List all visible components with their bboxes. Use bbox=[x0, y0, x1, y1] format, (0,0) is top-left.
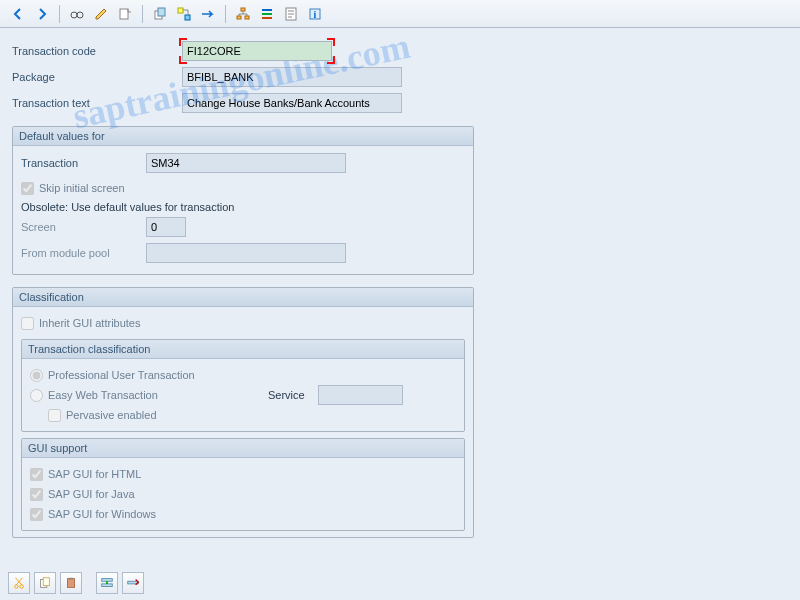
gui-java-label: SAP GUI for Java bbox=[48, 488, 135, 500]
inherit-gui-label: Inherit GUI attributes bbox=[39, 317, 141, 329]
default-transaction-label: Transaction bbox=[21, 157, 146, 169]
service-label: Service bbox=[268, 389, 305, 401]
default-values-group: Default values for Transaction Skip init… bbox=[12, 126, 474, 275]
classification-title: Classification bbox=[13, 288, 473, 307]
default-values-title: Default values for bbox=[13, 127, 473, 146]
cut-icon[interactable] bbox=[8, 572, 30, 594]
delete-row-icon[interactable] bbox=[122, 572, 144, 594]
stack-icon[interactable] bbox=[257, 4, 277, 24]
svg-point-1 bbox=[77, 12, 83, 18]
module-pool-input bbox=[146, 243, 346, 263]
svg-rect-11 bbox=[262, 13, 272, 15]
svg-rect-10 bbox=[262, 9, 272, 11]
transaction-code-input[interactable] bbox=[182, 41, 332, 61]
gui-support-group: GUI support SAP GUI for HTML SAP GUI for… bbox=[21, 438, 465, 531]
separator bbox=[59, 5, 60, 23]
svg-rect-22 bbox=[102, 579, 113, 582]
skip-initial-checkbox bbox=[21, 182, 34, 195]
transaction-text-input bbox=[182, 93, 402, 113]
service-input bbox=[318, 385, 403, 405]
transport-icon[interactable] bbox=[198, 4, 218, 24]
svg-rect-23 bbox=[102, 584, 113, 587]
transaction-text-label: Transaction text bbox=[12, 97, 182, 109]
gui-win-label: SAP GUI for Windows bbox=[48, 508, 156, 520]
svg-point-17 bbox=[20, 585, 24, 589]
skip-initial-label: Skip initial screen bbox=[39, 182, 125, 194]
where-used-icon[interactable] bbox=[174, 4, 194, 24]
classification-group: Classification Inherit GUI attributes Tr… bbox=[12, 287, 474, 538]
log-icon[interactable] bbox=[281, 4, 301, 24]
back-icon[interactable] bbox=[8, 4, 28, 24]
pervasive-label: Pervasive enabled bbox=[66, 409, 157, 421]
info-icon[interactable]: i bbox=[305, 4, 325, 24]
separator bbox=[142, 5, 143, 23]
easy-web-radio-label: Easy Web Transaction bbox=[48, 389, 263, 401]
svg-rect-12 bbox=[262, 17, 272, 19]
edit-icon[interactable] bbox=[91, 4, 111, 24]
insert-row-icon[interactable] bbox=[96, 572, 118, 594]
package-input bbox=[182, 67, 402, 87]
svg-rect-9 bbox=[245, 16, 249, 19]
svg-rect-21 bbox=[69, 578, 73, 580]
svg-rect-4 bbox=[158, 8, 165, 16]
svg-rect-19 bbox=[43, 578, 49, 586]
easy-web-radio bbox=[30, 389, 43, 402]
package-label: Package bbox=[12, 71, 182, 83]
forward-icon[interactable] bbox=[32, 4, 52, 24]
new-icon[interactable] bbox=[115, 4, 135, 24]
separator bbox=[225, 5, 226, 23]
transaction-code-label: Transaction code bbox=[12, 45, 182, 57]
svg-rect-2 bbox=[120, 9, 128, 19]
module-pool-label: From module pool bbox=[21, 247, 146, 259]
gui-win-checkbox bbox=[30, 508, 43, 521]
hierarchy-icon[interactable] bbox=[233, 4, 253, 24]
gui-html-label: SAP GUI for HTML bbox=[48, 468, 141, 480]
screen-label: Screen bbox=[21, 221, 146, 233]
copy-clip-icon[interactable] bbox=[34, 572, 56, 594]
content-area: Transaction code Package Transaction tex… bbox=[0, 28, 800, 538]
obsolete-text: Obsolete: Use default values for transac… bbox=[21, 198, 465, 216]
main-toolbar: i bbox=[0, 0, 800, 28]
default-transaction-input bbox=[146, 153, 346, 173]
transaction-classification-title: Transaction classification bbox=[22, 340, 464, 359]
svg-rect-5 bbox=[178, 8, 183, 13]
svg-rect-20 bbox=[68, 579, 75, 588]
copy-icon[interactable] bbox=[150, 4, 170, 24]
inherit-gui-checkbox bbox=[21, 317, 34, 330]
screen-input bbox=[146, 217, 186, 237]
paste-icon[interactable] bbox=[60, 572, 82, 594]
professional-radio-label: Professional User Transaction bbox=[48, 369, 195, 381]
glasses-icon[interactable] bbox=[67, 4, 87, 24]
svg-rect-8 bbox=[237, 16, 241, 19]
gui-html-checkbox bbox=[30, 468, 43, 481]
svg-point-16 bbox=[15, 585, 19, 589]
svg-text:i: i bbox=[314, 9, 317, 20]
svg-rect-6 bbox=[185, 15, 190, 20]
bottom-toolbar bbox=[8, 572, 144, 594]
svg-rect-7 bbox=[241, 8, 245, 11]
svg-point-0 bbox=[71, 12, 77, 18]
transaction-classification-group: Transaction classification Professional … bbox=[21, 339, 465, 432]
gui-java-checkbox bbox=[30, 488, 43, 501]
professional-radio bbox=[30, 369, 43, 382]
gui-support-title: GUI support bbox=[22, 439, 464, 458]
pervasive-checkbox bbox=[48, 409, 61, 422]
